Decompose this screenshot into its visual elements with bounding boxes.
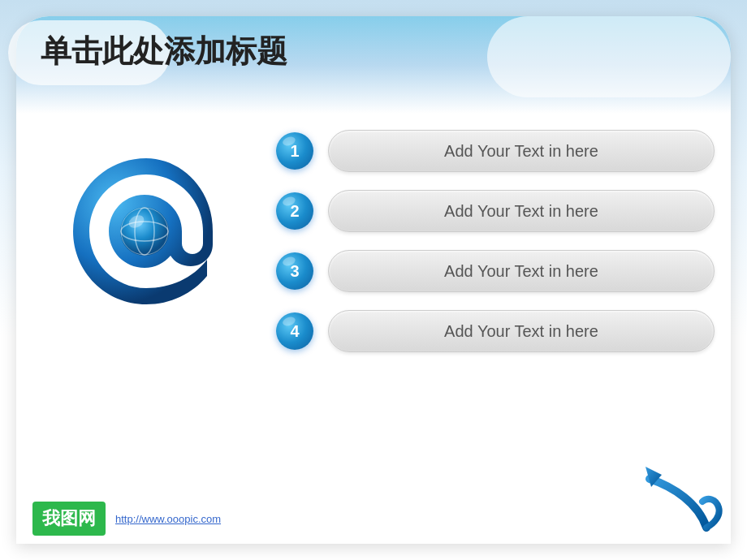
text-pill-4[interactable]: Add Your Text in here (328, 310, 715, 352)
text-pill-3[interactable]: Add Your Text in here (328, 250, 715, 292)
at-icon (65, 150, 227, 312)
text-pill-2[interactable]: Add Your Text in here (328, 190, 715, 232)
list-item-2: 2 Add Your Text in here (276, 190, 715, 232)
cloud-right (487, 16, 731, 97)
list-item-4: 4 Add Your Text in here (276, 310, 715, 352)
list-item-1: 1 Add Your Text in here (276, 130, 715, 172)
logo-text: 我图网 (32, 502, 106, 536)
logo-url[interactable]: http://www.ooopic.com (115, 513, 221, 525)
page-title[interactable]: 单击此处添加标题 (41, 31, 287, 72)
list-container: 1 Add Your Text in here 2 Add Your Text … (276, 130, 715, 370)
logo-area: 我图网 http://www.ooopic.com (32, 502, 221, 536)
slide: 单击此处添加标题 (0, 0, 747, 560)
list-item-3: 3 Add Your Text in here (276, 250, 715, 292)
at-icon-container (49, 122, 244, 341)
number-badge-4: 4 (276, 312, 313, 350)
number-badge-3: 3 (276, 252, 313, 290)
number-badge-2: 2 (276, 192, 313, 230)
arrow-curl (641, 463, 723, 536)
text-pill-1[interactable]: Add Your Text in here (328, 130, 715, 172)
svg-point-0 (120, 207, 169, 256)
number-badge-1: 1 (276, 132, 313, 170)
